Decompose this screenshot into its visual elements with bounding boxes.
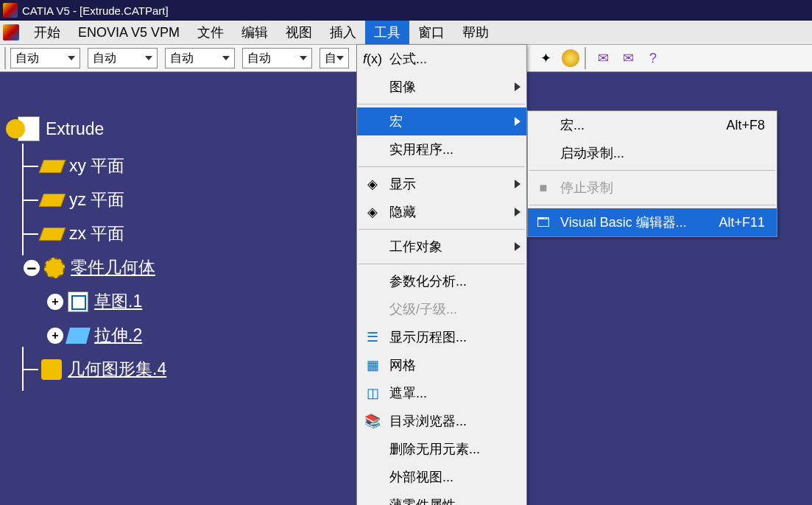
expand-icon[interactable]: + — [47, 328, 63, 344]
grid-icon: ▦ — [363, 356, 382, 375]
menu-image[interactable]: 图像 — [357, 73, 526, 101]
tree-label: 拉伸.2 — [94, 324, 142, 347]
menu-help[interactable]: 帮助 — [453, 21, 498, 44]
tree-xy-plane[interactable]: xy 平面 — [24, 155, 166, 177]
tree-sketch[interactable]: + 草图.1 — [47, 290, 166, 313]
tree-partbody[interactable]: – 零件几何体 — [24, 256, 166, 279]
tree-yz-plane[interactable]: yz 平面 — [24, 188, 166, 211]
dropdown-auto-4[interactable]: 自动 — [242, 48, 312, 68]
menu-delete-unused[interactable]: 删除无用元素... — [357, 435, 526, 463]
menu-hide[interactable]: ◈ 隐藏 — [357, 198, 526, 226]
tree-label: 几何图形集.4 — [68, 358, 166, 381]
wand-icon[interactable]: ✦ — [535, 48, 556, 68]
menu-tools[interactable]: 工具 — [365, 21, 409, 44]
menu-bar: 开始 ENOVIA V5 VPM 文件 编辑 视图 插入 工具 窗口 帮助 — [0, 21, 812, 44]
plane-icon — [39, 194, 66, 207]
dropdown-auto-1[interactable]: 自动 — [10, 48, 80, 68]
toolbar-separator — [585, 47, 589, 69]
submenu-macros[interactable]: 宏... Alt+F8 — [528, 111, 777, 139]
menu-param-analysis[interactable]: 参数化分析... — [357, 267, 526, 295]
collapse-icon[interactable]: – — [24, 260, 40, 276]
spec-tree: Extrude xy 平面 yz 平面 zx 平面 – 零件几何体 + 草图.1… — [6, 103, 166, 392]
submenu-start-record[interactable]: 启动录制... — [528, 139, 777, 167]
menu-mask[interactable]: ◫ 遮罩... — [357, 379, 526, 407]
formula-icon: f(x) — [363, 49, 382, 68]
show-icon: ◈ — [363, 174, 382, 194]
tree-root-label: Extrude — [46, 119, 104, 139]
catalog-icon: 📚 — [363, 412, 382, 431]
sketch-icon — [68, 292, 88, 312]
tree-label: yz 平面 — [69, 188, 124, 211]
sphere-icon[interactable] — [560, 48, 581, 68]
mail-stack-icon[interactable]: ✉ — [618, 48, 638, 68]
vb-editor-icon: 🗔 — [534, 213, 553, 232]
partbody-icon — [44, 258, 65, 278]
menu-utility[interactable]: 实用程序... — [357, 135, 526, 163]
menu-file[interactable]: 文件 — [188, 21, 233, 44]
plane-icon — [39, 160, 66, 173]
stop-icon: ■ — [534, 178, 553, 197]
menu-start[interactable]: 开始 — [25, 21, 69, 44]
menu-window[interactable]: 窗口 — [409, 21, 453, 44]
envelope-icon[interactable]: ✉ — [593, 48, 613, 68]
tools-menu: f(x) 公式... 图像 宏 实用程序... ◈ 显示 ◈ 隐藏 工作对象 参… — [356, 44, 527, 505]
geoset-icon — [41, 359, 62, 380]
title-bar: CATIA V5 - [Extrude.CATPart] — [0, 0, 812, 21]
pad-icon — [66, 328, 91, 344]
plane-icon — [39, 227, 66, 241]
macro-submenu: 宏... Alt+F8 启动录制... ■ 停止录制 🗔 Visual Basi… — [527, 110, 777, 237]
tree-zx-plane[interactable]: zx 平面 — [24, 222, 166, 245]
menu-edit[interactable]: 编辑 — [233, 21, 277, 44]
menu-show-history[interactable]: ☰ 显示历程图... — [357, 323, 526, 351]
menu-macro[interactable]: 宏 — [357, 107, 526, 135]
tree-label: 草图.1 — [94, 290, 142, 313]
menu-external-view[interactable]: 外部视图... — [357, 463, 526, 491]
submenu-vb-editor[interactable]: 🗔 Visual Basic 编辑器... Alt+F11 — [528, 208, 777, 236]
menu-view[interactable]: 视图 — [277, 21, 321, 44]
app-logo-icon — [3, 3, 18, 18]
tree-label: 零件几何体 — [71, 256, 155, 279]
dropdown-auto-5[interactable]: 自 — [319, 48, 349, 68]
menu-parent-child: 父级/子级... — [357, 295, 526, 323]
tree-root[interactable]: Extrude — [6, 116, 166, 141]
dropdown-auto-2[interactable]: 自动 — [88, 48, 158, 68]
tree-geoset[interactable]: 几何图形集.4 — [24, 358, 166, 381]
gear-icon — [6, 119, 25, 138]
window-title: CATIA V5 - [Extrude.CATPart] — [22, 4, 169, 17]
tree-label: zx 平面 — [69, 222, 124, 245]
menu-grid[interactable]: ▦ 网格 — [357, 351, 526, 379]
hide-icon: ◈ — [363, 202, 382, 222]
tree-pad[interactable]: + 拉伸.2 — [47, 324, 166, 347]
expand-icon[interactable]: + — [47, 294, 63, 310]
menu-thin-part[interactable]: 薄零件属性... — [357, 491, 526, 505]
menu-show[interactable]: ◈ 显示 — [357, 170, 526, 198]
app-logo-icon — [3, 24, 19, 40]
menu-catalog[interactable]: 📚 目录浏览器... — [357, 407, 526, 435]
menu-work-object[interactable]: 工作对象 — [357, 233, 526, 261]
toolbar-separator — [4, 47, 9, 69]
help-cursor-icon[interactable]: ? — [643, 48, 663, 68]
submenu-stop-record: ■ 停止录制 — [528, 174, 777, 202]
menu-formula[interactable]: f(x) 公式... — [357, 45, 526, 73]
menu-insert[interactable]: 插入 — [321, 21, 365, 44]
mask-icon: ◫ — [363, 384, 382, 403]
menu-enovia[interactable]: ENOVIA V5 VPM — [69, 22, 188, 43]
tree-label: xy 平面 — [69, 155, 124, 177]
dropdown-auto-3[interactable]: 自动 — [165, 48, 235, 68]
history-icon: ☰ — [363, 328, 382, 347]
